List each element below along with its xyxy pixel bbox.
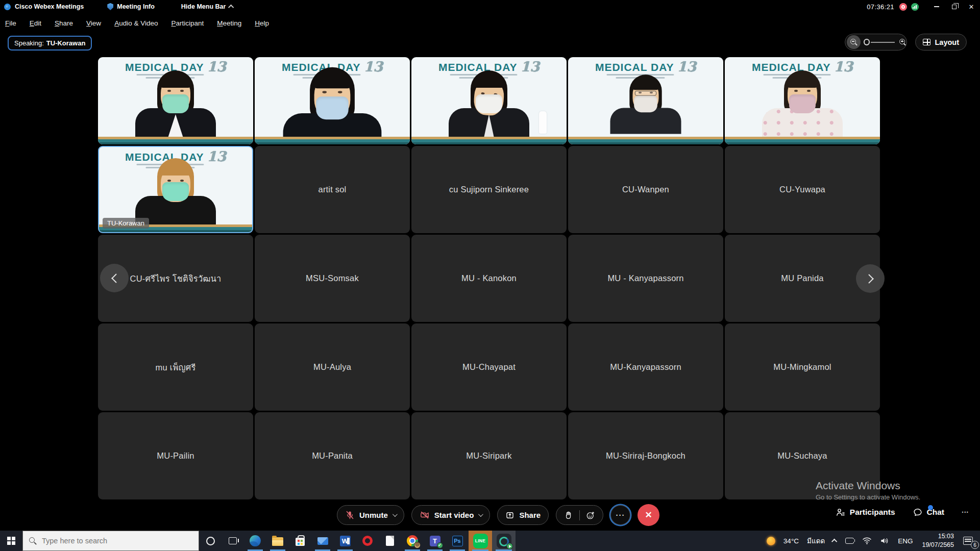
start-video-button[interactable]: Start video	[411, 505, 491, 525]
activate-windows-watermark: Activate Windows Go to Settings to activ…	[816, 480, 920, 501]
taskbar-notepad[interactable]	[379, 531, 401, 551]
participant-tile[interactable]: MU-Mingkamol	[725, 323, 880, 411]
participant-tile[interactable]: cu Sujiporn Sinkeree	[411, 146, 567, 233]
participant-tile[interactable]: CU-Yuwapa	[725, 146, 880, 233]
taskbar-search[interactable]	[22, 531, 199, 551]
taskbar-mail[interactable]	[311, 531, 334, 551]
participant-tile[interactable]: MU-Kanyapassorn	[568, 323, 723, 411]
meeting-info-button[interactable]: Meeting Info	[117, 3, 155, 10]
participant-name: MU - Kanokon	[456, 273, 522, 283]
language-indicator[interactable]: ENG	[894, 531, 917, 551]
zoom-in-button[interactable]	[899, 38, 907, 46]
taskbar-file-explorer[interactable]	[266, 531, 289, 551]
menu-participant[interactable]: Participant	[171, 19, 204, 27]
overflow-menu-button[interactable]: ···	[962, 508, 969, 516]
participant-tile[interactable]: MU-Pailin	[98, 412, 253, 499]
zoom-slider-track[interactable]	[871, 42, 895, 43]
zoom-slider-handle[interactable]	[864, 39, 870, 45]
taskbar-line-active[interactable]: LINE	[469, 531, 492, 551]
leave-meeting-button[interactable]: ✕	[638, 504, 659, 526]
participant-tile[interactable]: MU-Chayapat	[411, 323, 567, 411]
taskbar-store[interactable]	[289, 531, 311, 551]
menu-edit[interactable]: Edit	[30, 19, 41, 27]
participant-tile-video[interactable]: MEDICAL DAY 13	[411, 57, 567, 144]
windows-taskbar: W T✓ Ps LINE 34°C มีแดด	[0, 531, 980, 551]
taskbar-opera[interactable]	[356, 531, 379, 551]
participants-button[interactable]: Participants	[836, 507, 895, 517]
participant-name: MU-Kanyapassorn	[605, 362, 687, 372]
divider	[579, 510, 580, 520]
start-button[interactable]	[0, 531, 22, 551]
participant-name: artit sol	[313, 185, 352, 194]
chevron-up-icon[interactable]	[228, 5, 234, 10]
participant-tile-video[interactable]: MEDICAL DAY 13	[725, 57, 880, 144]
volume-button[interactable]	[876, 531, 894, 551]
tray-time: 15:03	[922, 532, 954, 541]
medical-day-banner: MEDICAL DAY 13	[568, 61, 723, 73]
task-view-button[interactable]	[222, 531, 244, 551]
participant-tile-active-speaker[interactable]: MEDICAL DAY 13 TU-Korawan	[98, 146, 253, 233]
action-center-button[interactable]: 6	[959, 531, 980, 551]
mic-muted-icon	[345, 510, 355, 520]
participant-tile[interactable]: MSU-Somsak	[255, 235, 410, 322]
participant-tile[interactable]: MU - Kanokon	[411, 235, 567, 322]
zoom-out-button[interactable]	[847, 35, 860, 49]
taskbar-teams[interactable]: T✓	[424, 531, 446, 551]
cortana-button[interactable]	[199, 531, 222, 551]
menu-audio-video[interactable]: Audio & Video	[114, 19, 158, 27]
participant-tile[interactable]: CU-Wanpen	[568, 146, 723, 233]
participant-tile[interactable]: mu เพ็ญศรี	[98, 323, 253, 411]
restore-button[interactable]	[945, 0, 963, 13]
menu-share[interactable]: Share	[55, 19, 73, 27]
previous-page-button[interactable]	[100, 264, 129, 292]
layout-button[interactable]: Layout	[915, 34, 967, 51]
word-icon: W	[340, 536, 351, 546]
menu-file[interactable]: File	[5, 19, 16, 27]
more-options-button[interactable]: ···	[610, 505, 630, 525]
menu-help[interactable]: Help	[255, 19, 269, 27]
participant-tile-video[interactable]: MEDICAL DAY 13	[255, 57, 410, 144]
participant-tile[interactable]: MU-Siripark	[411, 412, 567, 499]
leave-x-icon: ✕	[645, 510, 652, 520]
cortana-icon	[206, 537, 215, 545]
raise-hand-icon[interactable]	[564, 511, 573, 520]
participant-video-figure	[132, 161, 219, 226]
speaking-indicator: Speaking: TU-Korawan	[8, 36, 92, 51]
chevron-down-icon[interactable]	[478, 512, 483, 517]
menu-view[interactable]: View	[86, 19, 101, 27]
weather-text[interactable]: มีแดด	[803, 531, 829, 551]
participant-tile-video[interactable]: MEDICAL DAY 13	[568, 57, 723, 144]
tray-expand-button[interactable]	[829, 531, 841, 551]
taskbar-word[interactable]: W	[334, 531, 356, 551]
weather-icon-cell[interactable]	[763, 531, 779, 551]
reactions-smiley-icon[interactable]	[586, 511, 595, 520]
unmute-button[interactable]: Unmute	[337, 505, 404, 525]
connect-display-button[interactable]	[841, 531, 858, 551]
participant-tile[interactable]: MU-Aulya	[255, 323, 410, 411]
menu-meeting[interactable]: Meeting	[217, 19, 241, 27]
participant-tile[interactable]: artit sol	[255, 146, 410, 233]
chevron-down-icon[interactable]	[393, 512, 398, 517]
search-input[interactable]	[42, 537, 192, 545]
participant-tile-video[interactable]: MEDICAL DAY 13	[98, 57, 253, 144]
zoom-slider[interactable]	[845, 34, 907, 51]
participants-icon	[836, 507, 846, 517]
taskbar-photoshop[interactable]: Ps	[446, 531, 469, 551]
temperature[interactable]: 34°C	[779, 531, 803, 551]
taskbar-edge[interactable]	[244, 531, 266, 551]
network-button[interactable]	[858, 531, 876, 551]
participant-tile[interactable]: MU-Siriraj-Bongkoch	[568, 412, 723, 499]
participant-name: mu เพ็ญศรี	[150, 361, 201, 374]
close-button[interactable]: ✕	[963, 0, 980, 13]
chevron-up-icon	[831, 539, 837, 544]
clock[interactable]: 15:03 19/07/2565	[917, 532, 959, 549]
taskbar-chrome[interactable]	[401, 531, 424, 551]
taskbar-webex-active[interactable]	[492, 531, 516, 551]
minimize-button[interactable]	[928, 0, 945, 13]
network-quality-icon	[911, 3, 919, 11]
participant-tile[interactable]: MU - Kanyapassorn	[568, 235, 723, 322]
hide-menu-bar-button[interactable]: Hide Menu Bar	[181, 3, 226, 10]
next-page-button[interactable]	[856, 264, 885, 293]
share-button[interactable]: Share	[497, 505, 549, 525]
participant-tile[interactable]: MU-Panita	[255, 412, 410, 499]
